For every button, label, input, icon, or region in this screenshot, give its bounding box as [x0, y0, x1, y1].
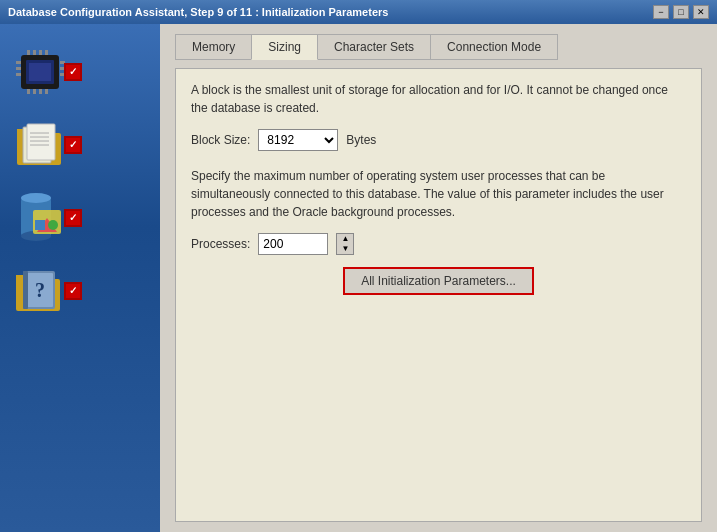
spin-up-button[interactable]: ▲ — [337, 234, 353, 244]
close-button[interactable]: ✕ — [693, 5, 709, 19]
svg-rect-14 — [33, 89, 36, 94]
list-item: ✓ — [10, 190, 150, 245]
right-content: Memory Sizing Character Sets Connection … — [160, 24, 717, 532]
svg-text:?: ? — [35, 279, 45, 301]
tab-memory[interactable]: Memory — [175, 34, 252, 60]
folder-docs-icon — [10, 117, 70, 172]
svg-rect-10 — [33, 50, 36, 55]
left-panel: ✓ — [0, 24, 160, 532]
processes-description: Specify the maximum number of operating … — [191, 167, 686, 221]
svg-point-26 — [21, 193, 51, 203]
svg-rect-20 — [27, 124, 55, 160]
svg-rect-30 — [35, 220, 45, 230]
check-badge: ✓ — [64, 282, 82, 300]
tabs-row: Memory Sizing Character Sets Connection … — [175, 34, 702, 60]
check-badge: ✓ — [64, 209, 82, 227]
processes-label: Processes: — [191, 237, 250, 251]
chip-icon — [10, 44, 70, 99]
title-bar: Database Configuration Assistant, Step 9… — [0, 0, 717, 24]
block-size-row: Block Size: 8192 4096 16384 32768 Bytes — [191, 129, 686, 151]
main-container: ✓ — [0, 24, 717, 532]
tab-content: A block is the smallest unit of storage … — [175, 68, 702, 522]
svg-rect-15 — [39, 89, 42, 94]
svg-rect-36 — [23, 271, 28, 309]
block-description: A block is the smallest unit of storage … — [191, 81, 686, 117]
svg-rect-11 — [39, 50, 42, 55]
block-size-select[interactable]: 8192 4096 16384 32768 — [258, 129, 338, 151]
tab-sizing[interactable]: Sizing — [251, 34, 318, 60]
svg-rect-4 — [16, 67, 21, 70]
folder-q-icon: ? — [10, 263, 70, 318]
check-badge: ✓ — [64, 136, 82, 154]
svg-point-31 — [48, 220, 58, 230]
tab-connection-mode[interactable]: Connection Mode — [430, 34, 558, 60]
database-icon — [10, 190, 70, 245]
list-item: ✓ — [10, 44, 150, 99]
svg-rect-5 — [16, 73, 21, 76]
restore-button[interactable]: □ — [673, 5, 689, 19]
panel-icons: ✓ — [0, 24, 160, 348]
svg-rect-13 — [27, 89, 30, 94]
list-item: ? ✓ — [10, 263, 150, 318]
check-badge: ✓ — [64, 63, 82, 81]
processes-spinner: ▲ ▼ — [336, 233, 354, 255]
window-title: Database Configuration Assistant, Step 9… — [8, 6, 388, 18]
processes-input[interactable] — [258, 233, 328, 255]
list-item: ✓ — [10, 117, 150, 172]
block-size-label: Block Size: — [191, 133, 250, 147]
title-bar-buttons: − □ ✕ — [653, 5, 709, 19]
svg-rect-9 — [27, 50, 30, 55]
block-size-unit: Bytes — [346, 133, 376, 147]
svg-rect-3 — [16, 61, 21, 64]
processes-row: Processes: ▲ ▼ — [191, 233, 686, 255]
svg-rect-2 — [29, 63, 51, 81]
all-params-section: All Initialization Parameters... — [191, 255, 686, 301]
svg-rect-12 — [45, 50, 48, 55]
svg-rect-16 — [45, 89, 48, 94]
minimize-button[interactable]: − — [653, 5, 669, 19]
spin-down-button[interactable]: ▼ — [337, 244, 353, 254]
tab-character-sets[interactable]: Character Sets — [317, 34, 431, 60]
all-params-button[interactable]: All Initialization Parameters... — [343, 267, 534, 295]
